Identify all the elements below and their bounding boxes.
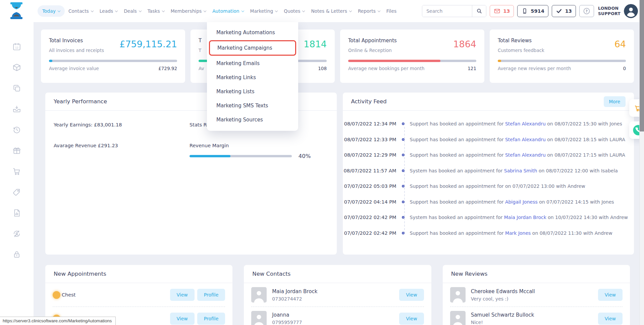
nav-label: Contacts bbox=[68, 8, 89, 14]
stat-footer-label: Average new reviews per month bbox=[498, 66, 571, 71]
inbox-in-icon[interactable] bbox=[12, 105, 21, 113]
nav-item-marketing[interactable]: Marketing bbox=[248, 5, 280, 17]
messages-count: 13 bbox=[503, 8, 510, 14]
view-button[interactable]: View bbox=[170, 289, 195, 301]
gift-icon[interactable] bbox=[12, 146, 21, 155]
contact-link[interactable]: Stefan Alexandru bbox=[505, 152, 546, 158]
average-revenue: Avarage Revenue £291.23 bbox=[54, 143, 190, 159]
more-button[interactable]: More bbox=[604, 96, 626, 107]
stat-title: Total Appointments bbox=[348, 38, 397, 44]
nav-label: Memberships bbox=[171, 8, 202, 14]
contact-link[interactable]: Abigail Joness bbox=[505, 199, 538, 205]
view-button[interactable]: View bbox=[598, 313, 623, 325]
entry-text: Support has booked an appointment for bbox=[410, 152, 505, 158]
stat-value: £759,115.21 bbox=[119, 39, 177, 49]
card-title: New Contacts bbox=[252, 271, 290, 277]
stat-footer-label: Av bbox=[199, 66, 204, 71]
timeline-marker-icon bbox=[402, 122, 405, 125]
calendar-icon[interactable]: 12 bbox=[12, 42, 21, 51]
nav-label: Notes & Letters bbox=[311, 8, 347, 14]
scrollbar-thumb[interactable] bbox=[640, 0, 644, 131]
revenue-margin-value: 40% bbox=[299, 153, 311, 159]
profile-button[interactable]: Profile bbox=[197, 313, 225, 325]
contact-phone: 0730274472 bbox=[272, 296, 396, 302]
clinicsoftware-logo-icon[interactable] bbox=[7, 1, 25, 21]
nav-item-automation[interactable]: Automation bbox=[210, 5, 246, 17]
stat-subtitle: Online & Reception bbox=[348, 48, 397, 53]
contact-link[interactable]: Stefan Alexandru bbox=[505, 121, 546, 126]
view-button[interactable]: View bbox=[170, 313, 195, 325]
nav-item-leads[interactable]: Leads bbox=[97, 5, 120, 17]
contact-link[interactable]: Mark Jones bbox=[505, 230, 531, 236]
tag-icon[interactable] bbox=[12, 188, 21, 197]
help-button[interactable]: ? bbox=[579, 5, 594, 17]
view-button[interactable]: View bbox=[399, 289, 424, 301]
entry-text: on 10/07/2022 14:30 with Andrew bbox=[546, 215, 628, 220]
entry-text: Support has booked an appointment for bbox=[410, 199, 505, 205]
activity-entry: 08/07/2022 12:34 PMSupport has booked an… bbox=[343, 116, 634, 132]
lock-icon[interactable] bbox=[12, 250, 21, 259]
messages-badge[interactable]: 13 bbox=[490, 5, 514, 17]
copy-icon[interactable] bbox=[12, 84, 21, 93]
entry-time: 08/07/2022 11:57 AM bbox=[343, 168, 396, 173]
chevron-down-icon bbox=[162, 9, 164, 12]
user-avatar[interactable] bbox=[624, 4, 638, 18]
nav-item-contacts[interactable]: Contacts bbox=[66, 5, 96, 17]
contact-link[interactable]: Stefan Alexandru bbox=[505, 137, 546, 142]
account-sync-icon[interactable] bbox=[12, 229, 21, 238]
stat-footer-value: 0 bbox=[623, 66, 626, 71]
report-icon[interactable] bbox=[12, 209, 21, 217]
history-icon[interactable] bbox=[12, 125, 21, 134]
menu-item-marketing-lists[interactable]: Marketing Lists bbox=[207, 85, 298, 99]
nav-item-today[interactable]: Today bbox=[38, 5, 65, 17]
menu-item-marketing-sms-texts[interactable]: Marketing SMS Texts bbox=[207, 99, 298, 113]
avatar bbox=[450, 287, 466, 303]
scrollbar[interactable] bbox=[639, 0, 644, 325]
nav-item-tasks[interactable]: Tasks bbox=[145, 5, 167, 17]
cart-icon[interactable] bbox=[12, 167, 21, 176]
top-navbar: Today Contacts Leads Deals Tasks Members… bbox=[0, 0, 644, 22]
avatar bbox=[450, 311, 466, 325]
nav-item-notes-letters[interactable]: Notes & Letters bbox=[308, 5, 354, 17]
timeline-marker-icon bbox=[402, 138, 405, 141]
revenue-margin-label: Revenue Margin bbox=[190, 143, 311, 148]
menu-item-marketing-sources[interactable]: Marketing Sources bbox=[207, 113, 298, 127]
nav-item-reports[interactable]: Reports bbox=[355, 5, 383, 17]
new-appointments-card: New Appointments Chest View Profile Boto… bbox=[45, 265, 232, 325]
search-button[interactable] bbox=[472, 5, 486, 17]
stat-footer-value: 108 bbox=[318, 66, 327, 71]
package-icon[interactable] bbox=[12, 63, 21, 72]
panel-title: Yearly Performance bbox=[54, 98, 107, 105]
entry-time: 08/07/2022 12:33 PM bbox=[343, 137, 396, 142]
nav-item-files[interactable]: Files bbox=[384, 5, 399, 17]
yearly-earnings: Yearly Earnings: £83,001.18 bbox=[54, 122, 190, 127]
nav-item-memberships[interactable]: Memberships bbox=[168, 5, 209, 17]
profile-button[interactable]: Profile bbox=[197, 289, 225, 301]
view-button[interactable]: View bbox=[598, 289, 623, 301]
search-input[interactable] bbox=[422, 5, 472, 17]
nav-item-deals[interactable]: Deals bbox=[121, 5, 144, 17]
nav-label: Reports bbox=[358, 8, 376, 14]
stat-card-total-appointments: Total Appointments Online & Reception 18… bbox=[340, 30, 484, 83]
contact-link[interactable]: Sabrina Smith bbox=[504, 168, 537, 173]
entry-time: 07/07/2022 02:42 PM bbox=[343, 230, 396, 236]
nav-item-quotes[interactable]: Quotes bbox=[281, 5, 307, 17]
stat-footer-value: 121 bbox=[468, 66, 476, 71]
menu-item-marketing-campaigns[interactable]: Marketing Campaigns bbox=[210, 41, 295, 55]
menu-item-marketing-links[interactable]: Marketing Links bbox=[207, 70, 298, 85]
calls-badge[interactable]: 5914 bbox=[517, 5, 548, 17]
panel-title: Activity Feed bbox=[351, 98, 387, 105]
stat-footer-label: Average invoice value bbox=[49, 66, 99, 71]
contact-link[interactable]: Maia Jordan Brock bbox=[504, 215, 546, 220]
new-contacts-card: New Contacts Maia Jordan Brock 073027447… bbox=[244, 265, 431, 325]
tasks-badge[interactable]: 13 bbox=[552, 5, 576, 17]
entry-text: on 08/07/2022 18:15 with LAURA bbox=[546, 137, 625, 142]
chevron-down-icon bbox=[91, 9, 94, 12]
chevron-down-icon bbox=[58, 9, 60, 12]
location-line2: SUPPORT bbox=[598, 11, 621, 16]
menu-item-marketing-emails[interactable]: Marketing Emails bbox=[207, 56, 298, 70]
chevron-down-icon bbox=[349, 9, 352, 12]
view-button[interactable]: View bbox=[399, 313, 424, 325]
menu-item-marketing-automations[interactable]: Marketing Automations bbox=[207, 25, 298, 40]
progress-bar bbox=[348, 60, 476, 62]
